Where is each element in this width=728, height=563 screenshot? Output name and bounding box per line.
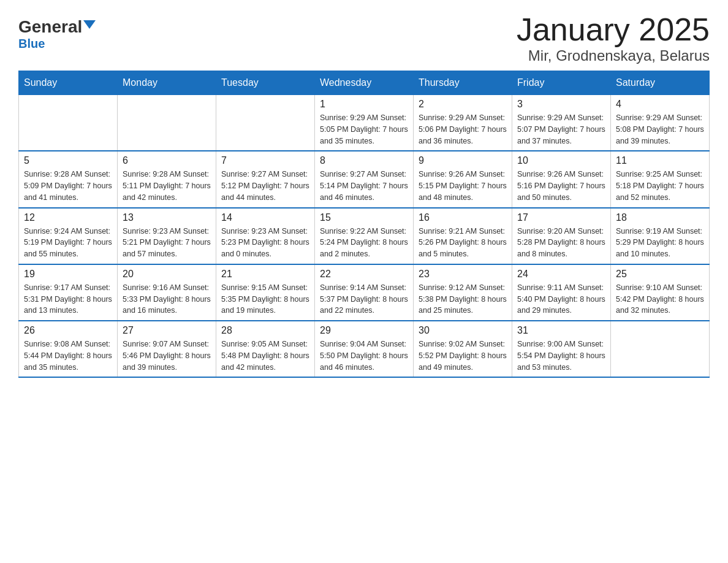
day-number: 22 (320, 269, 408, 280)
day-number: 17 (517, 212, 605, 223)
day-number: 26 (24, 325, 112, 336)
table-row: 27Sunrise: 9:07 AM Sunset: 5:46 PM Dayli… (118, 321, 216, 377)
table-row: 17Sunrise: 9:20 AM Sunset: 5:28 PM Dayli… (512, 208, 611, 264)
table-row (216, 95, 315, 151)
day-number: 19 (24, 269, 112, 280)
day-number: 1 (320, 99, 408, 110)
table-row: 7Sunrise: 9:27 AM Sunset: 5:12 PM Daylig… (216, 151, 315, 207)
day-info: Sunrise: 9:07 AM Sunset: 5:46 PM Dayligh… (123, 339, 211, 373)
day-number: 20 (123, 269, 211, 280)
logo-general: General (18, 18, 82, 36)
table-row: 3Sunrise: 9:29 AM Sunset: 5:07 PM Daylig… (512, 95, 611, 151)
day-number: 7 (221, 155, 309, 166)
calendar-week-row: 5Sunrise: 9:28 AM Sunset: 5:09 PM Daylig… (19, 151, 710, 207)
day-info: Sunrise: 9:00 AM Sunset: 5:54 PM Dayligh… (517, 339, 605, 373)
table-row: 23Sunrise: 9:12 AM Sunset: 5:38 PM Dayli… (414, 264, 512, 321)
day-info: Sunrise: 9:11 AM Sunset: 5:40 PM Dayligh… (517, 282, 605, 316)
day-number: 3 (517, 99, 605, 110)
table-row: 13Sunrise: 9:23 AM Sunset: 5:21 PM Dayli… (118, 208, 216, 264)
day-number: 11 (616, 155, 704, 166)
day-number: 13 (123, 212, 211, 223)
calendar-subtitle: Mir, Grodnenskaya, Belarus (517, 47, 710, 64)
day-number: 18 (616, 212, 704, 223)
col-tuesday: Tuesday (216, 71, 315, 95)
day-info: Sunrise: 9:26 AM Sunset: 5:15 PM Dayligh… (419, 169, 507, 203)
col-wednesday: Wednesday (315, 71, 414, 95)
table-row: 6Sunrise: 9:28 AM Sunset: 5:11 PM Daylig… (118, 151, 216, 207)
day-info: Sunrise: 9:28 AM Sunset: 5:09 PM Dayligh… (24, 169, 112, 203)
day-number: 16 (419, 212, 507, 223)
table-row: 31Sunrise: 9:00 AM Sunset: 5:54 PM Dayli… (512, 321, 611, 377)
day-number: 24 (517, 269, 605, 280)
day-number: 12 (24, 212, 112, 223)
table-row: 24Sunrise: 9:11 AM Sunset: 5:40 PM Dayli… (512, 264, 611, 321)
day-number: 25 (616, 269, 704, 280)
day-number: 21 (221, 269, 309, 280)
day-info: Sunrise: 9:20 AM Sunset: 5:28 PM Dayligh… (517, 226, 605, 260)
table-row: 11Sunrise: 9:25 AM Sunset: 5:18 PM Dayli… (611, 151, 710, 207)
day-info: Sunrise: 9:19 AM Sunset: 5:29 PM Dayligh… (616, 226, 704, 260)
col-thursday: Thursday (414, 71, 512, 95)
day-number: 6 (123, 155, 211, 166)
table-row: 10Sunrise: 9:26 AM Sunset: 5:16 PM Dayli… (512, 151, 611, 207)
table-row: 21Sunrise: 9:15 AM Sunset: 5:35 PM Dayli… (216, 264, 315, 321)
day-info: Sunrise: 9:10 AM Sunset: 5:42 PM Dayligh… (616, 282, 704, 316)
col-saturday: Saturday (611, 71, 710, 95)
table-row: 5Sunrise: 9:28 AM Sunset: 5:09 PM Daylig… (19, 151, 118, 207)
calendar-week-row: 26Sunrise: 9:08 AM Sunset: 5:44 PM Dayli… (19, 321, 710, 377)
day-info: Sunrise: 9:28 AM Sunset: 5:11 PM Dayligh… (123, 169, 211, 203)
logo-triangle-icon (83, 20, 96, 29)
day-info: Sunrise: 9:27 AM Sunset: 5:12 PM Dayligh… (221, 169, 309, 203)
day-info: Sunrise: 9:23 AM Sunset: 5:23 PM Dayligh… (221, 226, 309, 260)
table-row (611, 321, 710, 377)
table-row: 8Sunrise: 9:27 AM Sunset: 5:14 PM Daylig… (315, 151, 414, 207)
table-row: 19Sunrise: 9:17 AM Sunset: 5:31 PM Dayli… (19, 264, 118, 321)
day-info: Sunrise: 9:17 AM Sunset: 5:31 PM Dayligh… (24, 282, 112, 316)
header: General Blue January 2025 Mir, Grodnensk… (18, 12, 710, 64)
day-number: 4 (616, 99, 704, 110)
day-info: Sunrise: 9:21 AM Sunset: 5:26 PM Dayligh… (419, 226, 507, 260)
table-row: 15Sunrise: 9:22 AM Sunset: 5:24 PM Dayli… (315, 208, 414, 264)
col-friday: Friday (512, 71, 611, 95)
day-info: Sunrise: 9:04 AM Sunset: 5:50 PM Dayligh… (320, 339, 408, 373)
day-number: 10 (517, 155, 605, 166)
table-row: 9Sunrise: 9:26 AM Sunset: 5:15 PM Daylig… (414, 151, 512, 207)
table-row: 1Sunrise: 9:29 AM Sunset: 5:05 PM Daylig… (315, 95, 414, 151)
table-row: 12Sunrise: 9:24 AM Sunset: 5:19 PM Dayli… (19, 208, 118, 264)
day-number: 2 (419, 99, 507, 110)
day-info: Sunrise: 9:05 AM Sunset: 5:48 PM Dayligh… (221, 339, 309, 373)
day-info: Sunrise: 9:29 AM Sunset: 5:08 PM Dayligh… (616, 112, 704, 147)
day-info: Sunrise: 9:27 AM Sunset: 5:14 PM Dayligh… (320, 169, 408, 203)
day-info: Sunrise: 9:12 AM Sunset: 5:38 PM Dayligh… (419, 282, 507, 316)
table-row: 20Sunrise: 9:16 AM Sunset: 5:33 PM Dayli… (118, 264, 216, 321)
day-info: Sunrise: 9:25 AM Sunset: 5:18 PM Dayligh… (616, 169, 704, 203)
day-info: Sunrise: 9:23 AM Sunset: 5:21 PM Dayligh… (123, 226, 211, 260)
day-number: 31 (517, 325, 605, 336)
calendar-week-row: 1Sunrise: 9:29 AM Sunset: 5:05 PM Daylig… (19, 95, 710, 151)
table-row: 22Sunrise: 9:14 AM Sunset: 5:37 PM Dayli… (315, 264, 414, 321)
table-row: 25Sunrise: 9:10 AM Sunset: 5:42 PM Dayli… (611, 264, 710, 321)
day-number: 23 (419, 269, 507, 280)
day-info: Sunrise: 9:08 AM Sunset: 5:44 PM Dayligh… (24, 339, 112, 373)
calendar-title: January 2025 (517, 12, 710, 47)
day-info: Sunrise: 9:29 AM Sunset: 5:07 PM Dayligh… (517, 112, 605, 147)
day-number: 27 (123, 325, 211, 336)
day-number: 9 (419, 155, 507, 166)
table-row: 2Sunrise: 9:29 AM Sunset: 5:06 PM Daylig… (414, 95, 512, 151)
day-info: Sunrise: 9:02 AM Sunset: 5:52 PM Dayligh… (419, 339, 507, 373)
table-row: 16Sunrise: 9:21 AM Sunset: 5:26 PM Dayli… (414, 208, 512, 264)
calendar-week-row: 19Sunrise: 9:17 AM Sunset: 5:31 PM Dayli… (19, 264, 710, 321)
table-row: 30Sunrise: 9:02 AM Sunset: 5:52 PM Dayli… (414, 321, 512, 377)
day-number: 5 (24, 155, 112, 166)
table-row: 26Sunrise: 9:08 AM Sunset: 5:44 PM Dayli… (19, 321, 118, 377)
table-row (19, 95, 118, 151)
table-row (118, 95, 216, 151)
day-number: 15 (320, 212, 408, 223)
day-number: 28 (221, 325, 309, 336)
title-block: January 2025 Mir, Grodnenskaya, Belarus (517, 12, 710, 64)
day-info: Sunrise: 9:29 AM Sunset: 5:06 PM Dayligh… (419, 112, 507, 147)
col-sunday: Sunday (19, 71, 118, 95)
day-info: Sunrise: 9:26 AM Sunset: 5:16 PM Dayligh… (517, 169, 605, 203)
calendar-table: Sunday Monday Tuesday Wednesday Thursday… (18, 71, 710, 378)
day-number: 8 (320, 155, 408, 166)
